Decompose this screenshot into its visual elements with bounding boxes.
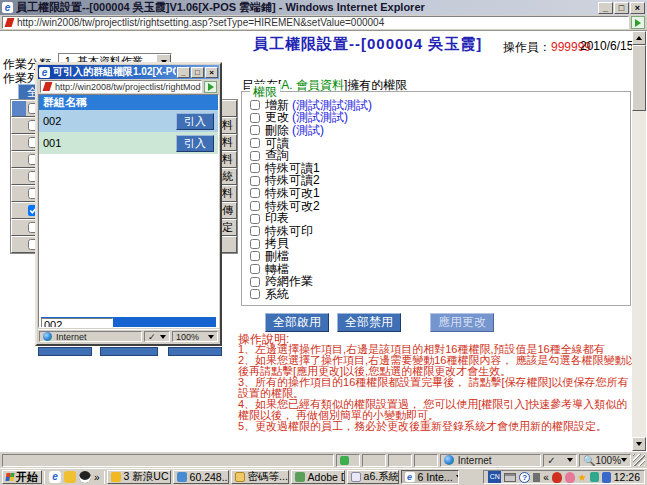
permission-checkbox[interactable]	[250, 239, 260, 249]
permission-checkbox[interactable]	[250, 277, 260, 287]
minimize-button[interactable]: _	[598, 2, 613, 14]
instructions-list: 1、左邊選擇操作項目,右邊是該項目的相對16種權限,預設值是16種全線都有 2、…	[238, 344, 638, 432]
address-field[interactable]: http://win2008/tw/projectlist/rightsetti…	[2, 16, 629, 29]
task-button-adobe[interactable]: Adobe D...	[291, 470, 345, 484]
permission-checkbox[interactable]	[250, 188, 260, 198]
help-icon[interactable]: ?	[519, 472, 530, 483]
popup-titlebar: e 可引入的群組權限1.02[X-POS 雲... _ □ ×	[38, 65, 219, 79]
qq-red-icon[interactable]	[552, 472, 562, 483]
main-window-title: 員工權限設置--[000004 吳玉霞]V1.06[X-POS 雲端鋪] - W…	[16, 0, 597, 15]
permission-checkbox[interactable]	[250, 113, 260, 123]
close-button[interactable]: ×	[630, 2, 645, 14]
popup-address-bar: http://win2008/tw/projectlist/rightMode	[38, 79, 219, 94]
arrow-up-icon	[636, 36, 642, 40]
start-button[interactable]: 开始	[2, 470, 42, 484]
maximize-button[interactable]: □	[614, 2, 629, 14]
windows-logo-icon	[5, 473, 14, 481]
tray-icon[interactable]	[590, 472, 599, 482]
status-cell	[388, 454, 412, 467]
tray-icon[interactable]	[533, 473, 540, 482]
ie-icon: e	[39, 67, 50, 78]
permission-checkbox[interactable]	[250, 151, 260, 161]
permission-list: 增新(測試測試測試) 更改(測試測試) 刪除(測試) 可讀 查詢 特殊可讀1 特…	[250, 99, 626, 301]
input-method-indicator[interactable]: CN	[488, 471, 501, 483]
arrow-down-icon	[636, 442, 642, 446]
status-cell	[2, 454, 334, 467]
disable-all-button[interactable]: 全部禁用	[337, 313, 401, 332]
popup-go-button[interactable]	[204, 81, 217, 93]
qq-pink-icon[interactable]	[565, 472, 575, 483]
group-name-input[interactable]	[41, 318, 113, 329]
popup-window: e 可引入的群組權限1.02[X-POS 雲... _ □ × http://w…	[35, 62, 222, 346]
ie-icon: e	[405, 472, 415, 482]
status-cell	[414, 454, 438, 467]
scroll-up-button[interactable]	[632, 31, 646, 45]
hidden-button-fragment[interactable]	[100, 347, 158, 356]
magnifier-icon: 🔍	[583, 455, 595, 466]
enable-all-button[interactable]: 全部啟用	[265, 313, 329, 332]
permission-checkbox[interactable]	[250, 251, 260, 261]
permission-row: 刪除(測試)	[250, 124, 626, 137]
permission-checkbox[interactable]	[250, 264, 260, 274]
permission-checkbox[interactable]	[250, 163, 260, 173]
task-button-internet-explorer[interactable]: e6 Inte...	[401, 470, 459, 484]
permission-checkbox[interactable]	[250, 214, 260, 224]
permission-row: 刪檔	[250, 250, 626, 263]
protected-mode-cell[interactable]: ✓	[144, 331, 170, 342]
tray-collapse-chevron[interactable]: «	[543, 472, 549, 483]
task-button-remote[interactable]: 60.248....	[173, 470, 229, 484]
instruction-item: 3、所有的操作項目的16種權限都設置完畢後， 請點擊[保存權限]以便保存您所有設…	[238, 377, 638, 399]
popup-address-field[interactable]: http://win2008/tw/projectlist/rightMode	[40, 80, 202, 93]
vertical-scrollbar[interactable]	[632, 31, 646, 451]
zoom-cell[interactable]: 🔍100%	[579, 454, 631, 467]
star-icon[interactable]: ★	[578, 472, 587, 483]
task-button-notepad[interactable]: a6.系統...	[347, 470, 399, 484]
permission-checkbox[interactable]	[250, 201, 260, 211]
permission-checkbox[interactable]	[250, 176, 260, 186]
group-row[interactable]: 002 引入	[39, 110, 218, 132]
zone-label: Internet	[458, 455, 492, 466]
go-button[interactable]	[631, 16, 645, 29]
import-button[interactable]: 引入	[176, 135, 214, 152]
instruction-item: 5、更改過權限的員工，務必於更改後重新登錄系統才會使用新的權限設定。	[238, 421, 638, 432]
permission-checkbox[interactable]	[250, 138, 260, 148]
chevron-down-icon	[621, 458, 627, 462]
permission-checkbox[interactable]	[250, 226, 260, 236]
tray-icon[interactable]	[602, 472, 611, 483]
hidden-button-fragment[interactable]	[168, 347, 222, 356]
zoom-cell[interactable]: 100%	[172, 331, 218, 342]
go-arrow-icon	[635, 19, 641, 27]
popup-title: 可引入的群組權限1.02[X-POS 雲...	[53, 65, 176, 79]
permission-checkbox[interactable]	[250, 289, 260, 299]
permission-checkbox[interactable]	[250, 125, 260, 135]
hidden-button-fragment[interactable]	[38, 347, 92, 356]
qq-icon[interactable]	[79, 471, 91, 483]
ie-icon[interactable]: e	[49, 471, 61, 483]
popup-close-button[interactable]: ×	[205, 67, 218, 78]
quick-launch-more-chevron[interactable]: »	[94, 472, 100, 483]
task-button-folder[interactable]: 密碼等...	[231, 470, 289, 484]
operation-label: 料	[222, 118, 236, 133]
zoom-level: 100%	[176, 332, 199, 342]
uc-icon[interactable]	[64, 471, 76, 483]
script-icon	[340, 456, 349, 465]
scrollbar-thumb[interactable]	[632, 45, 646, 111]
date-text: 2010/6/15	[580, 39, 633, 53]
import-button[interactable]: 引入	[176, 113, 214, 130]
group-row[interactable]: 001 引入	[39, 132, 218, 154]
resize-grip[interactable]	[633, 454, 645, 466]
popup-maximize-button[interactable]: □	[191, 67, 204, 78]
group-name: 002	[43, 115, 61, 127]
main-titlebar: e 員工權限設置--[000004 吳玉霞]V1.06[X-POS 雲端鋪] -…	[0, 0, 647, 15]
status-cell	[362, 454, 386, 467]
scroll-down-button[interactable]	[632, 437, 646, 451]
popup-body: 群組名稱 002 引入 001 引入 增新 更改 刪除 權限 關閉	[38, 94, 219, 328]
popup-minimize-button[interactable]: _	[177, 67, 190, 78]
apply-changes-button[interactable]: 應用更改	[430, 313, 494, 332]
quick-launch: e »	[47, 471, 102, 483]
instruction-item: 2、如果您選擇了操作項目,右邊需要變動16種權限內容， 應該是勾選各權限變動以後…	[238, 355, 638, 377]
task-button-sina-uc[interactable]: 3 新浪UC	[107, 470, 171, 484]
permission-checkbox[interactable]	[250, 100, 260, 110]
protected-mode-cell[interactable]: ✓	[543, 454, 577, 467]
printer-icon[interactable]	[504, 473, 516, 482]
